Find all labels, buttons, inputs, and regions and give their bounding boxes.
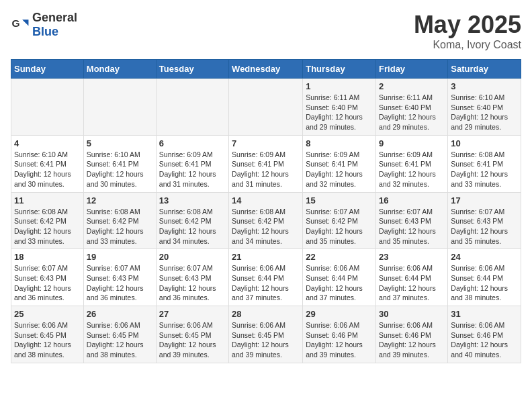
day-info: Sunrise: 6:06 AM Sunset: 6:45 PM Dayligh… [159,320,226,360]
day-info: Sunrise: 6:07 AM Sunset: 6:42 PM Dayligh… [306,207,373,246]
day-number: 5 [87,138,153,148]
day-number: 17 [451,195,518,205]
day-info: Sunrise: 6:07 AM Sunset: 6:43 PM Dayligh… [14,263,81,303]
logo-icon: G [11,15,30,34]
calendar-cell: 13Sunrise: 6:08 AM Sunset: 6:42 PM Dayli… [156,192,228,249]
day-info: Sunrise: 6:07 AM Sunset: 6:43 PM Dayligh… [451,207,518,246]
calendar-cell: 12Sunrise: 6:08 AM Sunset: 6:42 PM Dayli… [83,192,156,249]
day-info: Sunrise: 6:06 AM Sunset: 6:44 PM Dayligh… [306,263,373,303]
day-number: 10 [451,138,518,148]
day-info: Sunrise: 6:06 AM Sunset: 6:45 PM Dayligh… [14,320,81,360]
day-number: 13 [159,195,226,205]
day-number: 15 [306,195,373,205]
day-number: 24 [451,252,518,262]
col-header-monday: Monday [83,60,156,79]
day-number: 19 [87,252,153,262]
calendar-cell: 21Sunrise: 6:06 AM Sunset: 6:44 PM Dayli… [229,249,303,306]
day-info: Sunrise: 6:10 AM Sunset: 6:40 PM Dayligh… [451,93,518,132]
calendar-cell: 27Sunrise: 6:06 AM Sunset: 6:45 PM Dayli… [156,306,228,363]
day-info: Sunrise: 6:09 AM Sunset: 6:41 PM Dayligh… [232,150,300,189]
calendar-cell: 30Sunrise: 6:06 AM Sunset: 6:46 PM Dayli… [376,306,448,363]
day-info: Sunrise: 6:08 AM Sunset: 6:42 PM Dayligh… [232,207,300,246]
calendar-cell [83,79,156,136]
svg-marker-1 [22,19,28,26]
day-number: 18 [14,252,81,262]
day-info: Sunrise: 6:06 AM Sunset: 6:44 PM Dayligh… [451,263,518,303]
col-header-wednesday: Wednesday [229,60,303,79]
logo: G General Blue [11,11,77,39]
day-info: Sunrise: 6:09 AM Sunset: 6:41 PM Dayligh… [306,150,373,189]
day-info: Sunrise: 6:07 AM Sunset: 6:43 PM Dayligh… [379,207,445,246]
calendar-cell: 7Sunrise: 6:09 AM Sunset: 6:41 PM Daylig… [229,135,303,192]
day-number: 30 [379,309,445,319]
col-header-friday: Friday [376,60,448,79]
day-number: 20 [159,252,226,262]
day-info: Sunrise: 6:07 AM Sunset: 6:43 PM Dayligh… [159,263,226,303]
calendar-cell: 29Sunrise: 6:06 AM Sunset: 6:46 PM Dayli… [303,306,376,363]
calendar-cell: 6Sunrise: 6:09 AM Sunset: 6:41 PM Daylig… [156,135,228,192]
day-number: 22 [306,252,373,262]
day-info: Sunrise: 6:06 AM Sunset: 6:46 PM Dayligh… [451,320,518,360]
day-info: Sunrise: 6:07 AM Sunset: 6:43 PM Dayligh… [87,263,153,303]
day-info: Sunrise: 6:10 AM Sunset: 6:41 PM Dayligh… [14,150,81,189]
calendar-cell: 9Sunrise: 6:09 AM Sunset: 6:41 PM Daylig… [376,135,448,192]
day-number: 14 [232,195,300,205]
calendar-cell: 16Sunrise: 6:07 AM Sunset: 6:43 PM Dayli… [376,192,448,249]
calendar-cell: 20Sunrise: 6:07 AM Sunset: 6:43 PM Dayli… [156,249,228,306]
day-info: Sunrise: 6:06 AM Sunset: 6:45 PM Dayligh… [232,320,300,360]
week-row-5: 25Sunrise: 6:06 AM Sunset: 6:45 PM Dayli… [11,306,521,363]
calendar-table: SundayMondayTuesdayWednesdayThursdayFrid… [11,59,521,363]
day-info: Sunrise: 6:09 AM Sunset: 6:41 PM Dayligh… [379,150,445,189]
col-header-thursday: Thursday [303,60,376,79]
day-number: 28 [232,309,300,319]
calendar-cell: 25Sunrise: 6:06 AM Sunset: 6:45 PM Dayli… [11,306,84,363]
calendar-cell: 2Sunrise: 6:11 AM Sunset: 6:40 PM Daylig… [376,79,448,136]
day-info: Sunrise: 6:10 AM Sunset: 6:41 PM Dayligh… [87,150,153,189]
day-info: Sunrise: 6:06 AM Sunset: 6:44 PM Dayligh… [232,263,300,303]
day-info: Sunrise: 6:06 AM Sunset: 6:45 PM Dayligh… [87,320,153,360]
svg-text:G: G [12,17,20,29]
main-title: May 2025 [414,11,521,39]
day-info: Sunrise: 6:06 AM Sunset: 6:46 PM Dayligh… [306,320,373,360]
day-info: Sunrise: 6:06 AM Sunset: 6:46 PM Dayligh… [379,320,445,360]
day-number: 2 [379,81,445,91]
calendar-cell: 14Sunrise: 6:08 AM Sunset: 6:42 PM Dayli… [229,192,303,249]
calendar-cell: 5Sunrise: 6:10 AM Sunset: 6:41 PM Daylig… [83,135,156,192]
calendar-cell: 19Sunrise: 6:07 AM Sunset: 6:43 PM Dayli… [83,249,156,306]
day-number: 26 [87,309,153,319]
day-number: 4 [14,138,81,148]
calendar-cell: 15Sunrise: 6:07 AM Sunset: 6:42 PM Dayli… [303,192,376,249]
calendar-cell: 26Sunrise: 6:06 AM Sunset: 6:45 PM Dayli… [83,306,156,363]
logo-blue: Blue [32,25,58,38]
title-area: May 2025 Koma, Ivory Coast [414,11,521,51]
calendar-cell: 10Sunrise: 6:08 AM Sunset: 6:41 PM Dayli… [448,135,521,192]
calendar-cell: 28Sunrise: 6:06 AM Sunset: 6:45 PM Dayli… [229,306,303,363]
calendar-cell [156,79,228,136]
week-row-2: 4Sunrise: 6:10 AM Sunset: 6:41 PM Daylig… [11,135,521,192]
day-number: 11 [14,195,81,205]
calendar-cell: 1Sunrise: 6:11 AM Sunset: 6:40 PM Daylig… [303,79,376,136]
day-info: Sunrise: 6:08 AM Sunset: 6:42 PM Dayligh… [159,207,226,246]
week-row-1: 1Sunrise: 6:11 AM Sunset: 6:40 PM Daylig… [11,79,521,136]
day-number: 1 [306,81,373,91]
calendar-cell: 18Sunrise: 6:07 AM Sunset: 6:43 PM Dayli… [11,249,84,306]
calendar-cell: 22Sunrise: 6:06 AM Sunset: 6:44 PM Dayli… [303,249,376,306]
day-number: 7 [232,138,300,148]
week-row-4: 18Sunrise: 6:07 AM Sunset: 6:43 PM Dayli… [11,249,521,306]
calendar-cell: 11Sunrise: 6:08 AM Sunset: 6:42 PM Dayli… [11,192,84,249]
week-row-3: 11Sunrise: 6:08 AM Sunset: 6:42 PM Dayli… [11,192,521,249]
day-number: 29 [306,309,373,319]
calendar-cell: 3Sunrise: 6:10 AM Sunset: 6:40 PM Daylig… [448,79,521,136]
day-info: Sunrise: 6:06 AM Sunset: 6:44 PM Dayligh… [379,263,445,303]
logo-general: General [32,11,77,24]
day-info: Sunrise: 6:11 AM Sunset: 6:40 PM Dayligh… [306,93,373,132]
day-info: Sunrise: 6:09 AM Sunset: 6:41 PM Dayligh… [159,150,226,189]
col-header-tuesday: Tuesday [156,60,228,79]
day-number: 27 [159,309,226,319]
day-number: 9 [379,138,445,148]
day-number: 3 [451,81,518,91]
day-info: Sunrise: 6:08 AM Sunset: 6:42 PM Dayligh… [87,207,153,246]
day-number: 25 [14,309,81,319]
day-number: 31 [451,309,518,319]
calendar-cell: 4Sunrise: 6:10 AM Sunset: 6:41 PM Daylig… [11,135,84,192]
